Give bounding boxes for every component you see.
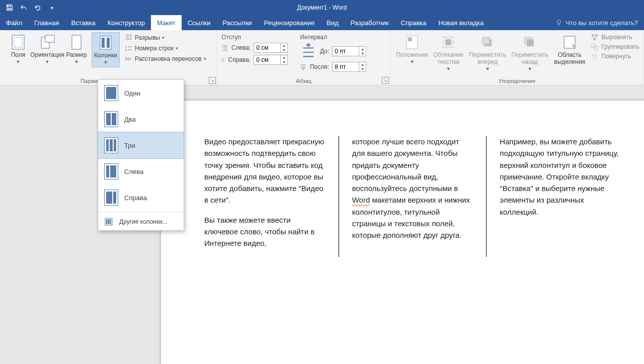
- breaks-icon: [125, 34, 133, 42]
- hyphenation-icon: bc: [125, 55, 133, 63]
- margins-button[interactable]: Поля▼: [4, 32, 32, 67]
- forward-icon: [479, 34, 496, 50]
- group-icon: [591, 43, 599, 51]
- tab-file[interactable]: Файл: [0, 15, 28, 30]
- columns-more-button[interactable]: Другие колонки...: [98, 213, 184, 230]
- title-bar: ▾ Документ1 - Word: [0, 0, 644, 15]
- size-button[interactable]: Размер▼: [62, 32, 91, 67]
- text-columns: Видео предоставляет прекрасную возможнос…: [191, 136, 634, 257]
- spacing-after-spinner[interactable]: ▲▼: [332, 62, 366, 72]
- tab-help[interactable]: Справка: [395, 15, 433, 30]
- indent-right-spinner[interactable]: ▲▼: [254, 55, 288, 65]
- columns-option-three[interactable]: Три: [98, 132, 184, 159]
- indent-left-icon: [221, 44, 228, 51]
- paragraph-text: которое лучше всего подходит для вашего …: [352, 136, 473, 241]
- undo-button[interactable]: [17, 2, 30, 14]
- one-column-icon: [104, 85, 118, 101]
- svg-text:bc: bc: [125, 56, 130, 61]
- tab-insert[interactable]: Вставка: [65, 15, 101, 30]
- line-numbers-button[interactable]: 12 Номера строк▾: [124, 44, 207, 53]
- bring-forward-button[interactable]: Переместить вперед▼: [467, 32, 508, 73]
- paragraph-text: Например, вы можете добавить подходящую …: [500, 136, 621, 218]
- right-column-icon: [104, 190, 118, 206]
- tell-me-search[interactable]: Что вы хотите сделать?: [549, 15, 644, 30]
- page-setup-dialog-launcher[interactable]: ↘: [209, 77, 216, 84]
- selection-pane-icon: [561, 34, 578, 50]
- three-column-icon: [104, 137, 118, 153]
- redo-button[interactable]: [31, 2, 44, 14]
- document-area[interactable]: Видео предоставляет прекрасную возможнос…: [0, 85, 644, 364]
- tab-mailings[interactable]: Рассылки: [216, 15, 258, 30]
- svg-rect-23: [592, 44, 595, 47]
- svg-rect-5: [72, 35, 81, 49]
- paragraph-dialog-launcher[interactable]: ↘: [382, 77, 389, 84]
- more-columns-icon: [104, 217, 113, 226]
- selection-pane-button[interactable]: Область выделения: [551, 32, 588, 73]
- line-numbers-icon: 12: [125, 44, 133, 52]
- spacing-before-spinner[interactable]: ▲▼: [332, 46, 366, 56]
- rotate-button[interactable]: Повернуть: [591, 52, 639, 60]
- group-label-paragraph: Абзац: [217, 78, 390, 84]
- spacing-before-icon: [300, 43, 317, 60]
- svg-rect-14: [445, 39, 451, 45]
- svg-rect-8: [107, 38, 110, 48]
- tab-design[interactable]: Конструктор: [102, 15, 151, 30]
- page: Видео предоставляет прекрасную возможнос…: [161, 101, 644, 364]
- group-objects-button[interactable]: Группировать: [591, 43, 639, 51]
- spellcheck-underline: Word: [352, 196, 370, 204]
- columns-button[interactable]: Колонки▼: [92, 32, 120, 67]
- column-3: Например, вы можете добавить подходящую …: [486, 136, 634, 257]
- wrap-text-button[interactable]: Обтекание текстом▼: [431, 32, 466, 73]
- align-button[interactable]: Выровнять: [591, 33, 639, 41]
- indent-caption: Отступ: [221, 34, 288, 41]
- save-button[interactable]: [3, 2, 16, 14]
- paragraph-text: Вы также можете ввести ключевое слово, ч…: [204, 214, 326, 249]
- ribbon: Поля▼ Ориентация▼ Размер▼ Колонки▼ Разры…: [0, 30, 644, 85]
- tab-references[interactable]: Ссылки: [182, 15, 217, 30]
- spacing-before-label: До:: [320, 48, 329, 55]
- tab-custom[interactable]: Новая вкладка: [433, 15, 490, 30]
- svg-rect-28: [110, 219, 111, 224]
- spacing-caption: Интервал: [300, 34, 366, 41]
- columns-option-two[interactable]: Два: [98, 106, 184, 132]
- column-1: Видео предоставляет прекрасную возможнос…: [191, 136, 339, 257]
- tab-home[interactable]: Главная: [28, 15, 65, 30]
- group-paragraph: Отступ Слева: ▲▼ Справа: ▲▼ Интервал До:: [217, 30, 390, 85]
- indent-right-label: Справа:: [228, 56, 251, 63]
- columns-option-one[interactable]: Один: [98, 80, 184, 106]
- svg-rect-27: [108, 219, 110, 224]
- svg-rect-20: [592, 34, 594, 37]
- spacing-after-icon: [300, 63, 307, 70]
- svg-rect-26: [106, 219, 108, 224]
- backward-icon: [522, 34, 538, 50]
- ribbon-tabs: Файл Главная Вставка Конструктор Макет С…: [0, 15, 644, 30]
- size-icon: [68, 34, 85, 50]
- hyphenation-button[interactable]: bc Расстановка переносов▾: [124, 54, 207, 63]
- send-backward-button[interactable]: Переместить назад▼: [509, 32, 550, 73]
- orientation-button[interactable]: Ориентация▼: [33, 32, 61, 67]
- columns-option-right[interactable]: Справа: [98, 185, 184, 211]
- breaks-button[interactable]: Разрывы▾: [124, 33, 207, 42]
- svg-rect-21: [595, 34, 598, 37]
- wrap-icon: [440, 34, 456, 50]
- svg-rect-13: [408, 37, 412, 41]
- left-column-icon: [104, 163, 118, 179]
- svg-rect-22: [593, 38, 596, 40]
- svg-rect-24: [594, 46, 598, 50]
- columns-option-left[interactable]: Слева: [98, 158, 184, 185]
- svg-point-0: [557, 20, 561, 24]
- indent-left-spinner[interactable]: ▲▼: [254, 43, 288, 53]
- group-page-setup: Поля▼ Ориентация▼ Размер▼ Колонки▼ Разры…: [0, 30, 217, 85]
- indent-right-icon: [221, 58, 225, 61]
- tab-layout[interactable]: Макет: [151, 15, 182, 30]
- tab-developer[interactable]: Разработчик: [345, 15, 395, 30]
- tab-review[interactable]: Рецензирование: [258, 15, 320, 30]
- spacing-after-label: После:: [310, 63, 329, 70]
- indent-left-label: Слева:: [231, 44, 251, 51]
- svg-text:2: 2: [125, 48, 127, 51]
- tab-view[interactable]: Вид: [320, 15, 345, 30]
- svg-rect-4: [45, 35, 54, 42]
- position-button[interactable]: Положение▼: [394, 32, 430, 73]
- qat-customize-button[interactable]: ▾: [45, 2, 58, 14]
- orientation-icon: [39, 34, 55, 50]
